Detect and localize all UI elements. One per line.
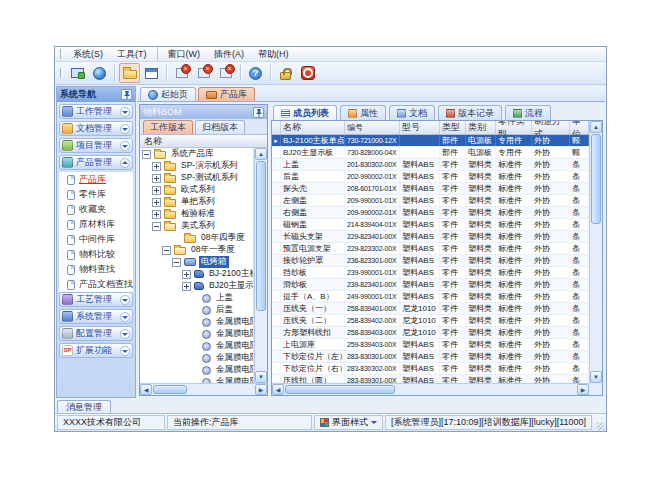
exit-button[interactable] [297, 63, 318, 83]
table-row[interactable]: 右侧盖 209-990002-01X 塑料ABS 零件 塑料类 标准件 外协 条 [272, 207, 589, 219]
table-row[interactable]: 压线夹（一） 258-839401-00X 尼龙1010 零件 塑料类 标准件 … [272, 303, 589, 315]
column-header[interactable]: 型号 [400, 121, 440, 134]
version-tab[interactable]: 归档版本 [195, 120, 245, 134]
tree-expander[interactable] [142, 150, 151, 159]
column-header[interactable]: 类别 [466, 121, 496, 134]
h-scrollbar-thumb[interactable] [153, 385, 187, 394]
version-tab[interactable]: 工作版本 [143, 120, 193, 134]
nav-entry[interactable]: 产品库 [59, 172, 133, 187]
scroll-down-icon[interactable]: ▼ [255, 371, 267, 383]
tree-expander[interactable] [152, 210, 161, 219]
column-header[interactable]: 零件类型 [496, 121, 532, 134]
tree-vertical-scrollbar[interactable]: ▲ ▼ [254, 148, 267, 383]
tree-node[interactable]: 金属膜电阻器 [140, 316, 253, 328]
table-row[interactable]: 预置电源支架 229-823302-00X 塑料ABS 零件 塑料类 标准件 外… [272, 243, 589, 255]
nav-entry[interactable]: 产品管理 [59, 155, 133, 170]
scroll-left-icon[interactable]: ◀ [272, 384, 284, 395]
chevron-button[interactable] [120, 346, 130, 356]
tree-node[interactable]: 金属膜电阻器 [140, 352, 253, 364]
tree-node[interactable]: SP-测试机系列 [140, 172, 253, 184]
tree-expander[interactable] [152, 162, 161, 171]
tree-horizontal-scrollbar[interactable]: ◀ ▶ [140, 383, 267, 395]
resize-grip[interactable] [594, 415, 604, 430]
column-header[interactable]: 编号 [345, 121, 400, 134]
table-row[interactable]: 下纱定位片（左） 283-830301-00X 塑料ABS 零件 塑料类 标准件… [272, 351, 589, 363]
chevron-button[interactable] [120, 312, 130, 322]
table-vertical-scrollbar[interactable]: ▲ ▼ [589, 121, 602, 383]
table-row[interactable]: BJ-2100主板单点 730-721000-12X 部件 电源板 专用件 外协… [272, 135, 589, 147]
close-all-button[interactable] [193, 63, 214, 83]
table-row[interactable]: 后盖 202-990002-01X 塑料ABS 零件 塑料类 标准件 外协 条 [272, 171, 589, 183]
menu-item[interactable]: 窗口(W) [161, 47, 208, 62]
nav-entry[interactable]: 中间件库 [59, 232, 133, 247]
v-scrollbar-thumb[interactable] [256, 161, 266, 311]
chevron-button[interactable] [120, 295, 130, 305]
nav-entry[interactable]: 零件库 [59, 187, 133, 202]
chevron-button[interactable] [120, 141, 130, 151]
tree-node[interactable]: 上盖 [140, 292, 253, 304]
nav-entry[interactable]: 工艺管理 [59, 292, 133, 307]
table-row[interactable]: 探头壳 208-601701-01X 塑料ABS 零件 塑料类 标准件 外协 条 [272, 183, 589, 195]
table-row[interactable]: 挡纱板 239-990001-01X 塑料ABS 零件 塑料类 标准件 外协 条 [272, 267, 589, 279]
nav-entry[interactable]: 扩展功能 [59, 343, 133, 358]
detail-tab[interactable]: 属性 [340, 105, 386, 120]
scroll-down-icon[interactable]: ▼ [590, 371, 602, 383]
tree-node[interactable]: 系统产品库 [140, 148, 253, 160]
tree-node[interactable]: 08年四季度 [140, 232, 253, 244]
tree-node[interactable]: 美式系列 [140, 220, 253, 232]
table-row[interactable]: 左侧盖 209-990001-01X 塑料ABS 零件 塑料类 标准件 外协 条 [272, 195, 589, 207]
ui-style-button[interactable]: 界面样式 [314, 415, 383, 430]
menu-item[interactable]: 插件(A) [207, 47, 251, 62]
scroll-right-icon[interactable]: ▶ [577, 384, 589, 395]
column-header[interactable]: 类型 [440, 121, 466, 134]
pin-button[interactable] [121, 89, 132, 100]
tree-node[interactable]: BJ-2100主板单点 [140, 268, 253, 280]
scroll-right-icon[interactable]: ▶ [255, 384, 267, 395]
lock-screen-button[interactable] [275, 63, 296, 83]
table-row[interactable]: 压线扣（圆） 283-839301-00X 塑料ABS 零件 塑料类 标准件 外… [272, 375, 589, 383]
tree-expander[interactable] [152, 222, 161, 231]
table-row[interactable]: 下纱定位片（右） 283-830302-00X 塑料ABS 零件 塑料类 标准件… [272, 363, 589, 375]
tree-node[interactable]: 金属膜电阻器 [140, 328, 253, 340]
detail-tab[interactable]: 流程 [505, 105, 551, 120]
table-row[interactable]: 提手（A、B） 249-990001-01X 塑料ABS 零件 塑料类 标准件 … [272, 291, 589, 303]
tree-expander[interactable] [152, 198, 161, 207]
menu-item[interactable]: 系统(S) [66, 47, 110, 62]
nav-entry[interactable]: 工作管理 [59, 104, 133, 119]
open-library-button[interactable] [119, 63, 140, 83]
document-tab[interactable]: 产品库 [198, 87, 255, 101]
tree-node[interactable]: 单把系列 [140, 196, 253, 208]
detail-tab[interactable]: 文档 [389, 105, 435, 120]
scroll-left-icon[interactable]: ◀ [140, 384, 152, 395]
table-row[interactable]: BJ20主显示板 730-828000-04X 部件 电源板 专用件 外协 颗 [272, 147, 589, 159]
scroll-up-icon[interactable]: ▲ [590, 121, 602, 133]
tree-expander[interactable] [152, 174, 161, 183]
tree-node[interactable]: 08年一季度 [140, 244, 253, 256]
window-list-button[interactable] [141, 63, 162, 83]
tree-node[interactable]: SP-演示机系列 [140, 160, 253, 172]
close-other-button[interactable] [215, 63, 236, 83]
table-row[interactable]: 方形塑料线扣 258-839403-00X 尼龙1010 零件 塑料类 标准件 … [272, 327, 589, 339]
browser-button[interactable] [89, 63, 110, 83]
nav-entry[interactable]: 系统管理 [59, 309, 133, 324]
table-row[interactable]: 压线夹（二） 258-839402-00X 尼龙1010 零件 塑料类 标准件 … [272, 315, 589, 327]
nav-entry[interactable]: 收藏夹 [59, 202, 133, 217]
v-scrollbar-thumb[interactable] [591, 134, 601, 224]
table-row[interactable]: 磁钢盖 214-839404-01X 塑料ABS 零件 塑料类 标准件 外协 条 [272, 219, 589, 231]
table-row[interactable]: 接纱轮护罩 236-823301-00X 塑料ABS 零件 塑料类 标准件 外协… [272, 255, 589, 267]
pin-button[interactable] [253, 107, 264, 118]
column-header[interactable]: 单位 [570, 121, 589, 134]
menu-item[interactable]: 帮助(H) [251, 47, 296, 62]
tree-node[interactable]: 电烤箱 [140, 256, 253, 268]
tree-node[interactable]: BJ20主显示板 [140, 280, 253, 292]
nav-entry[interactable]: 物料查找 [59, 262, 133, 277]
tree-expander[interactable] [182, 282, 191, 291]
tree-node[interactable]: 后盖 [140, 304, 253, 316]
table-row[interactable]: 上电源座 259-839403-00X 塑料ABS 零件 塑料类 标准件 外协 … [272, 339, 589, 351]
chevron-button[interactable] [120, 124, 130, 134]
nav-entry[interactable]: 项目管理 [59, 138, 133, 153]
nav-entry[interactable]: 产品文档查找 [59, 277, 133, 292]
detail-tab[interactable]: 成员列表 [273, 105, 337, 120]
scroll-up-icon[interactable]: ▲ [255, 148, 267, 160]
help-button[interactable]: ? [245, 63, 266, 83]
